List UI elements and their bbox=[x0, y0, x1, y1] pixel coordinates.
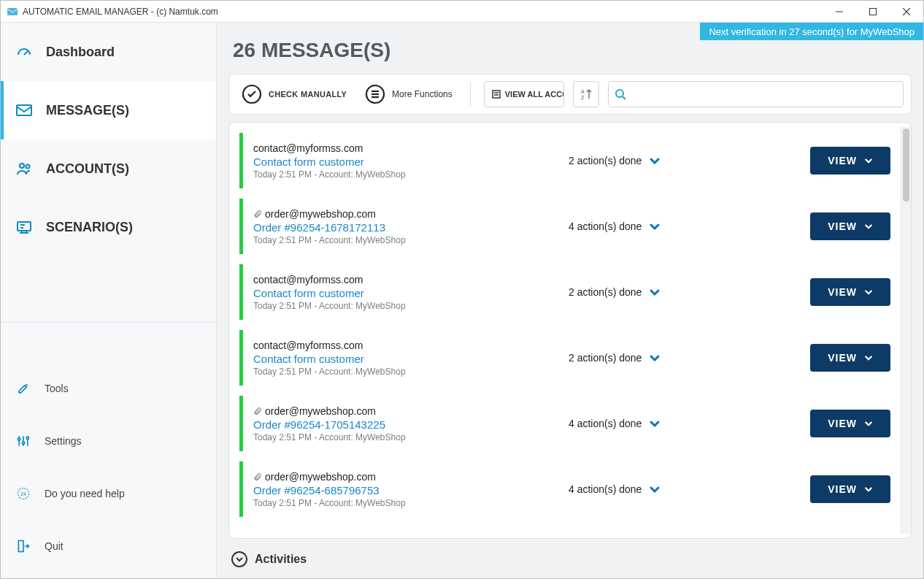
actions-done-label: 2 action(s) done bbox=[569, 155, 642, 166]
actions-done-label: 2 action(s) done bbox=[569, 286, 642, 298]
messages-panel: contact@myformss.com Contact form custom… bbox=[228, 122, 912, 539]
messages-list: contact@myformss.com Contact form custom… bbox=[239, 127, 901, 534]
main-content: Next verification in 27 second(s) for My… bbox=[217, 23, 923, 578]
check-manually-button[interactable]: CHECK MANUALLY bbox=[236, 80, 351, 109]
sort-button[interactable]: AZ bbox=[573, 81, 599, 107]
sidebar-item-label: Tools bbox=[45, 383, 69, 394]
svg-rect-27 bbox=[493, 91, 500, 98]
activities-label: Activities bbox=[255, 553, 307, 566]
window-maximize-button[interactable] bbox=[856, 1, 890, 23]
message-row: order@mywebshop.com Order #96254-6857967… bbox=[239, 461, 898, 517]
svg-point-18 bbox=[26, 437, 28, 439]
window-close-button[interactable] bbox=[890, 1, 923, 23]
actions-done-label: 4 action(s) done bbox=[569, 221, 642, 232]
message-subject[interactable]: Order #96254-1678172113 bbox=[253, 221, 560, 234]
message-meta: Today 2:51 PM - Account: MyWebShop bbox=[253, 367, 560, 377]
filter-icon bbox=[492, 90, 501, 99]
app-icon bbox=[7, 6, 18, 18]
message-subject[interactable]: Order #96254-1705143225 bbox=[253, 418, 560, 431]
scrollbar[interactable] bbox=[901, 127, 911, 534]
search-field[interactable] bbox=[608, 81, 904, 107]
chevron-down-icon bbox=[649, 483, 661, 495]
view-all-accounts-button[interactable]: VIEW ALL ACCO bbox=[484, 81, 564, 107]
message-actions-summary[interactable]: 2 action(s) done bbox=[569, 286, 661, 298]
toolbar-separator bbox=[470, 83, 471, 106]
sidebar-item-quit[interactable]: Quit bbox=[1, 520, 216, 572]
message-from: contact@myformss.com bbox=[253, 142, 363, 154]
more-functions-label: More Functions bbox=[392, 89, 453, 99]
attachment-icon bbox=[253, 407, 262, 415]
envelope-icon bbox=[15, 101, 33, 119]
help-icon: 24 bbox=[15, 486, 31, 502]
view-button[interactable]: VIEW bbox=[810, 278, 890, 306]
activities-toggle[interactable]: Activities bbox=[228, 546, 912, 572]
svg-text:Z: Z bbox=[581, 95, 585, 100]
message-actions-summary[interactable]: 2 action(s) done bbox=[569, 352, 661, 364]
sidebar-item-accounts[interactable]: ACCOUNT(S) bbox=[1, 139, 216, 198]
window-title: AUTOMATIC EMAIL MANAGER - (c) Namtuk.com bbox=[23, 7, 218, 17]
message-from: order@mywebshop.com bbox=[265, 471, 376, 483]
svg-point-16 bbox=[18, 438, 20, 440]
message-actions-summary[interactable]: 4 action(s) done bbox=[569, 418, 661, 429]
scenario-icon bbox=[15, 218, 33, 236]
sidebar-item-label: SCENARIO(S) bbox=[46, 220, 133, 235]
window-minimize-button[interactable] bbox=[823, 1, 856, 23]
view-button[interactable]: VIEW bbox=[810, 410, 890, 437]
message-meta: Today 2:51 PM - Account: MyWebShop bbox=[253, 169, 560, 180]
sidebar: Dashboard MESSAGE(S) ACCOUNT(S) SCENARIO… bbox=[1, 23, 217, 578]
view-button[interactable]: VIEW bbox=[810, 212, 890, 240]
sidebar-item-tools[interactable]: Tools bbox=[1, 362, 216, 415]
sidebar-item-label: Dashboard bbox=[46, 45, 115, 60]
sidebar-item-label: Quit bbox=[45, 540, 63, 552]
sidebar-item-messages[interactable]: MESSAGE(S) bbox=[1, 81, 216, 139]
sidebar-item-dashboard[interactable]: Dashboard bbox=[1, 23, 216, 81]
toolbar: CHECK MANUALLY More Functions VIEW ALL A… bbox=[228, 74, 912, 115]
check-icon bbox=[241, 83, 263, 105]
view-button-label: VIEW bbox=[828, 286, 857, 298]
message-subject[interactable]: Contact form customer bbox=[253, 287, 560, 299]
message-row: order@mywebshop.com Order #96254-1678172… bbox=[239, 199, 898, 254]
sidebar-item-help[interactable]: 24 Do you need help bbox=[1, 467, 216, 520]
message-subject[interactable]: Order #96254-685796753 bbox=[253, 484, 560, 496]
message-subject[interactable]: Contact form customer bbox=[253, 156, 560, 168]
search-input[interactable] bbox=[631, 89, 897, 100]
scrollbar-thumb[interactable] bbox=[903, 129, 909, 202]
sidebar-item-settings[interactable]: Settings bbox=[1, 415, 216, 467]
svg-rect-0 bbox=[7, 8, 18, 15]
message-actions-summary[interactable]: 4 action(s) done bbox=[569, 221, 661, 232]
view-button[interactable]: VIEW bbox=[810, 147, 890, 175]
sidebar-item-label: MESSAGE(S) bbox=[46, 103, 129, 118]
check-manually-label: CHECK MANUALLY bbox=[269, 90, 347, 99]
more-functions-button[interactable]: More Functions bbox=[360, 80, 457, 109]
chevron-down-icon bbox=[864, 419, 873, 428]
svg-rect-6 bbox=[17, 105, 31, 115]
sliders-icon bbox=[15, 433, 31, 449]
svg-text:A: A bbox=[581, 89, 585, 94]
message-from: contact@myformss.com bbox=[253, 274, 363, 285]
users-icon bbox=[15, 160, 33, 177]
actions-done-label: 2 action(s) done bbox=[569, 352, 642, 364]
sidebar-item-label: ACCOUNT(S) bbox=[46, 161, 129, 177]
view-button[interactable]: VIEW bbox=[810, 344, 890, 372]
message-row: order@mywebshop.com Order #96254-1705143… bbox=[239, 396, 898, 451]
message-meta: Today 2:51 PM - Account: MyWebShop bbox=[253, 498, 560, 508]
chevron-down-icon bbox=[649, 352, 661, 364]
message-actions-summary[interactable]: 4 action(s) done bbox=[569, 483, 661, 495]
tools-icon bbox=[15, 380, 31, 396]
message-meta: Today 2:51 PM - Account: MyWebShop bbox=[253, 235, 560, 245]
message-subject[interactable]: Contact form customer bbox=[253, 353, 560, 365]
view-button-label: VIEW bbox=[828, 155, 857, 166]
svg-line-34 bbox=[623, 96, 625, 99]
chevron-down-icon bbox=[864, 353, 873, 362]
search-icon bbox=[615, 88, 626, 100]
view-button[interactable]: VIEW bbox=[810, 475, 890, 503]
actions-done-label: 4 action(s) done bbox=[569, 418, 642, 429]
message-from: order@mywebshop.com bbox=[265, 405, 376, 417]
sidebar-item-scenarios[interactable]: SCENARIO(S) bbox=[1, 198, 216, 256]
svg-rect-9 bbox=[18, 222, 31, 231]
view-button-label: VIEW bbox=[828, 221, 857, 232]
message-actions-summary[interactable]: 2 action(s) done bbox=[569, 155, 661, 166]
list-icon bbox=[364, 83, 386, 105]
chevron-down-icon bbox=[864, 288, 873, 296]
verification-banner: Next verification in 27 second(s) for My… bbox=[700, 23, 923, 40]
